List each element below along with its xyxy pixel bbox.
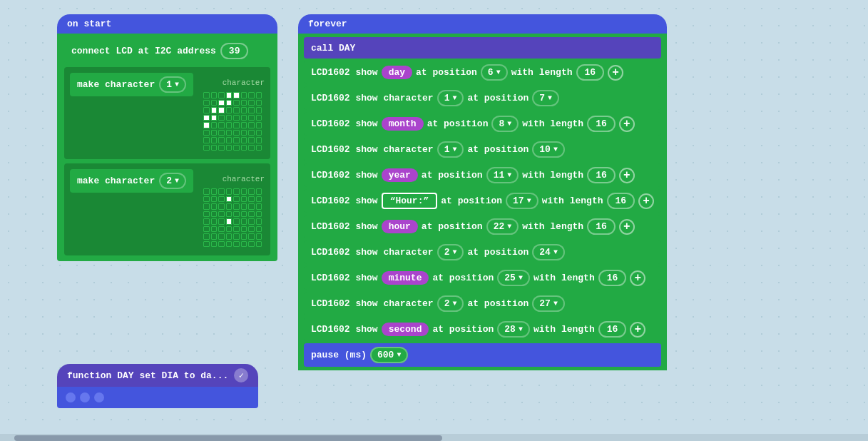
pos-10[interactable]: 10 ▼ xyxy=(532,141,565,158)
dot-3 xyxy=(94,392,104,402)
pos-8[interactable]: 8 ▼ xyxy=(491,116,519,132)
make-char-2: make character 2 ▼ xyxy=(70,169,193,193)
dot-1 xyxy=(66,392,76,402)
make-char-1-label: make character xyxy=(77,79,155,90)
char-grid-2: character xyxy=(200,175,265,250)
var-day: day xyxy=(382,66,412,79)
pause-val[interactable]: 600 ▼ xyxy=(370,347,408,363)
pos-24[interactable]: 24 ▼ xyxy=(532,244,565,260)
var-second: second xyxy=(382,323,429,336)
forever-header: forever xyxy=(298,14,667,34)
pos-7[interactable]: 7 ▼ xyxy=(532,90,559,106)
plus-8[interactable]: + xyxy=(630,270,645,286)
plus-0[interactable]: + xyxy=(608,65,623,81)
pos-11[interactable]: 11 ▼ xyxy=(486,167,519,183)
plus-5[interactable]: + xyxy=(638,193,654,209)
pos-17[interactable]: 17 ▼ xyxy=(506,193,538,209)
on-start-header: on start xyxy=(57,14,277,34)
dot-row xyxy=(66,392,250,402)
on-start-block: on start connect LCD at I2C address 39 m… xyxy=(57,14,277,261)
function-header: function DAY set DIA to da... ✓ xyxy=(57,364,258,387)
lcd-row-5: LCD1602 show “Hour:” at position 17 ▼ wi… xyxy=(304,189,661,213)
pos-28[interactable]: 28 ▼ xyxy=(497,321,530,338)
forever-block: forever call DAY LCD1602 show day at pos… xyxy=(298,14,667,370)
plus-4[interactable]: + xyxy=(619,168,635,183)
function-block: function DAY set DIA to da... ✓ xyxy=(57,364,258,408)
make-char-1: make character 1 ▼ xyxy=(70,73,193,96)
scrollbar-area xyxy=(0,434,868,441)
lcd-row-2: LCD1602 show month at position 8 ▼ with … xyxy=(304,112,661,136)
char-2-sel[interactable]: 2 ▼ xyxy=(437,244,464,260)
scrollbar-thumb[interactable] xyxy=(14,435,442,441)
forever-body: call DAY LCD1602 show day at position 6 … xyxy=(298,34,667,370)
lcd-row-3: LCD1602 show character 1 ▼ at position 1… xyxy=(304,138,661,161)
lcd-row-4: LCD1602 show year at position 11 ▼ with … xyxy=(304,163,661,187)
char-1-sel[interactable]: 1 ▼ xyxy=(437,90,464,106)
char-grid-1: character xyxy=(200,78,265,153)
make-char-2-label: make character xyxy=(77,176,155,186)
plus-2[interactable]: + xyxy=(619,116,635,132)
call-day-block: call DAY xyxy=(304,37,661,59)
pos-22[interactable]: 22 ▼ xyxy=(486,218,519,235)
make-char-1-num[interactable]: 1 ▼ xyxy=(159,76,186,93)
lcd-row-6: LCD1602 show hour at position 22 ▼ with … xyxy=(304,215,661,238)
lcd-row-10: LCD1602 show second at position 28 ▼ wit… xyxy=(304,318,661,341)
plus-6[interactable]: + xyxy=(619,219,635,235)
make-char-2-num[interactable]: 2 ▼ xyxy=(159,173,186,189)
workspace: on start connect LCD at I2C address 39 m… xyxy=(0,0,868,441)
pause-block: pause (ms) 600 ▼ xyxy=(304,343,661,367)
var-hour: hour xyxy=(382,220,418,233)
var-month: month xyxy=(382,117,424,131)
lcd-row-9: LCD1602 show character 2 ▼ at position 2… xyxy=(304,292,661,315)
connect-num: 39 xyxy=(220,43,249,59)
pos-25[interactable]: 25 ▼ xyxy=(497,270,530,286)
check-icon[interactable]: ✓ xyxy=(234,368,248,382)
pos-27[interactable]: 27 ▼ xyxy=(532,295,565,312)
var-year: year xyxy=(382,168,418,182)
dot-2 xyxy=(80,392,90,402)
lcd-row-1: LCD1602 show character 1 ▼ at position 7… xyxy=(304,86,661,110)
lcd-row-8: LCD1602 show minute at position 25 ▼ wit… xyxy=(304,266,661,290)
pause-label: pause (ms) xyxy=(311,350,367,360)
var-minute: minute xyxy=(382,271,429,285)
pos-6[interactable]: 6 ▼ xyxy=(481,64,508,81)
function-body xyxy=(57,387,258,408)
char-1b-sel[interactable]: 1 ▼ xyxy=(437,141,464,158)
connect-label: connect LCD at I2C address xyxy=(71,46,216,56)
connect-block: connect LCD at I2C address 39 xyxy=(64,39,270,63)
str-hour: “Hour:” xyxy=(382,193,438,209)
plus-10[interactable]: + xyxy=(630,322,645,338)
lcd-row-0: LCD1602 show day at position 6 ▼ with le… xyxy=(304,61,661,84)
char-2b-sel[interactable]: 2 ▼ xyxy=(437,295,464,312)
lcd-row-7: LCD1602 show character 2 ▼ at position 2… xyxy=(304,240,661,264)
